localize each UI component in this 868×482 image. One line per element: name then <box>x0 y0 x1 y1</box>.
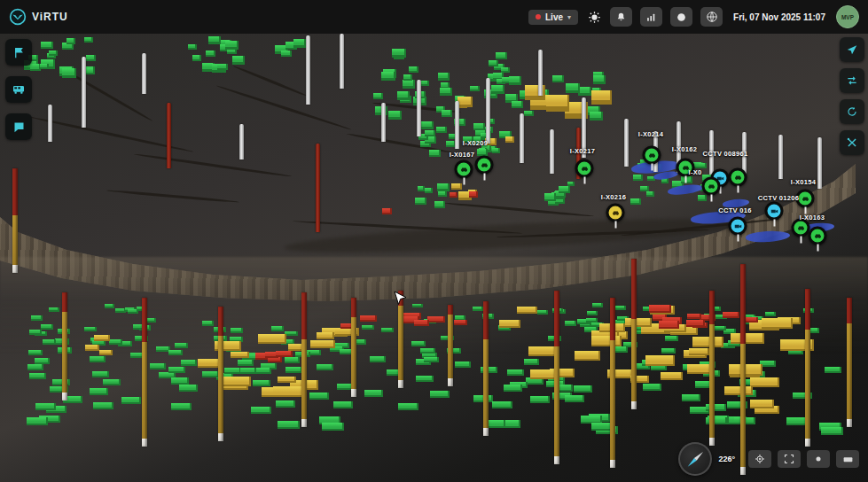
borehole-pillar <box>631 259 637 409</box>
voxel-cube <box>421 121 434 130</box>
voxel-cube <box>181 360 197 366</box>
app-logo: ViRTU <box>9 8 68 26</box>
compass-needle-icon <box>686 450 705 468</box>
vehicle-tool-button[interactable] <box>5 76 32 103</box>
voxel-cube <box>381 328 394 333</box>
voxel-cube <box>86 55 96 61</box>
map-3d-view[interactable]: I-X0167I-X0209I-X0217I-X0216I-X0214I-X01… <box>0 34 868 482</box>
map-marker-camera[interactable] <box>765 202 784 221</box>
compass[interactable] <box>678 442 712 476</box>
voxel-cube <box>285 357 301 363</box>
sensor-pillar <box>486 78 490 144</box>
voxel-cube <box>171 403 192 410</box>
avatar[interactable]: MVP <box>836 5 859 28</box>
voxel-cube <box>442 110 452 116</box>
voxel-cube <box>507 369 524 376</box>
navigate-tool-button[interactable] <box>840 37 864 62</box>
map-marker-vehicle[interactable] <box>792 219 810 237</box>
voxel-cube <box>574 385 592 393</box>
voxel-cube <box>41 324 53 330</box>
voxel-cube <box>681 176 692 183</box>
voxel-cube <box>202 321 214 325</box>
network-button[interactable] <box>640 7 662 27</box>
voxel-cube <box>49 51 58 56</box>
marker-label: I-X0167 <box>450 151 474 159</box>
voxel-cube <box>661 372 683 380</box>
map-marker-vehicle[interactable] <box>702 177 721 196</box>
voxel-cube <box>425 130 434 136</box>
top-bar: ViRTU Live ▾ <box>0 0 868 34</box>
voxel-cube <box>416 376 434 382</box>
voxel-cube <box>373 93 383 99</box>
minimap-button[interactable] <box>836 450 859 468</box>
locate-button[interactable] <box>748 450 771 468</box>
alert-pillar <box>316 144 320 232</box>
voxel-cube <box>168 367 185 373</box>
map-marker-vehicle[interactable] <box>575 159 594 178</box>
focus-point-button[interactable] <box>807 450 830 468</box>
voxel-cube <box>731 333 764 345</box>
rotate-tool-button[interactable] <box>840 99 864 124</box>
voxel-cube <box>659 321 679 328</box>
voxel-cube <box>392 49 405 58</box>
voxel-cube <box>566 83 580 93</box>
voxel-cube <box>434 201 445 208</box>
voxel-cube <box>231 328 243 333</box>
voxel-cube <box>565 321 576 325</box>
voxel-cube <box>271 326 284 331</box>
voxel-cube <box>90 356 105 362</box>
record-button[interactable] <box>670 7 692 27</box>
voxel-cube <box>590 112 603 120</box>
globe-button[interactable] <box>700 7 723 27</box>
voxel-cube <box>537 310 548 315</box>
map-marker-camera[interactable] <box>729 217 747 236</box>
lanes-tool-button[interactable] <box>840 68 864 93</box>
voxel-cube <box>310 340 335 349</box>
voxel-cube <box>587 311 598 315</box>
record-icon <box>676 12 687 23</box>
sensor-pillar <box>520 113 524 163</box>
flag-icon <box>12 46 26 59</box>
map-marker-vehicle[interactable] <box>475 156 494 175</box>
voxel-cube <box>179 385 198 392</box>
voxel-cube <box>253 380 270 386</box>
voxel-cube <box>388 111 402 120</box>
marker-label: I-X0216 <box>601 193 626 201</box>
voxel-cube <box>687 314 701 319</box>
voxel-cube <box>692 337 724 347</box>
brightness-icon[interactable] <box>586 9 602 25</box>
sensor-pillar <box>778 135 783 179</box>
voxel-cube <box>224 368 241 374</box>
voxel-cube <box>103 379 121 385</box>
voxel-cube <box>150 363 166 369</box>
borehole-pillar <box>709 291 715 446</box>
marker-label: I-X0217 <box>570 147 595 155</box>
voxel-cube <box>403 74 412 80</box>
alert-pillar <box>167 103 171 168</box>
notifications-button[interactable] <box>610 7 632 27</box>
live-dropdown[interactable]: Live ▾ <box>528 10 578 25</box>
voxel-cube <box>121 397 141 404</box>
voxel-cube <box>420 348 434 354</box>
voxel-cube <box>750 400 774 408</box>
voxel-cube <box>317 364 332 370</box>
sensor-pillar <box>239 124 244 159</box>
flag-tool-button[interactable] <box>5 39 32 66</box>
chat-icon <box>12 120 26 134</box>
map-marker-vehicle[interactable] <box>729 168 747 187</box>
voxel-cube <box>744 317 758 323</box>
fullscreen-button[interactable] <box>778 450 801 468</box>
utilities-tool-button[interactable] <box>840 130 864 155</box>
voxel-cube <box>544 193 556 200</box>
locate-icon <box>755 454 765 464</box>
voxel-cube <box>765 312 776 316</box>
compass-bearing: 226° <box>718 455 735 463</box>
map-marker-vehicle[interactable] <box>809 227 827 245</box>
chat-tool-button[interactable] <box>5 113 32 140</box>
voxel-cube <box>29 373 46 379</box>
live-dot-icon <box>536 14 541 19</box>
map-marker-vehicle[interactable] <box>455 160 473 179</box>
map-marker-vehicle[interactable] <box>643 146 661 165</box>
borehole-pillar <box>448 305 453 386</box>
map-marker-vehicle[interactable] <box>606 204 625 222</box>
